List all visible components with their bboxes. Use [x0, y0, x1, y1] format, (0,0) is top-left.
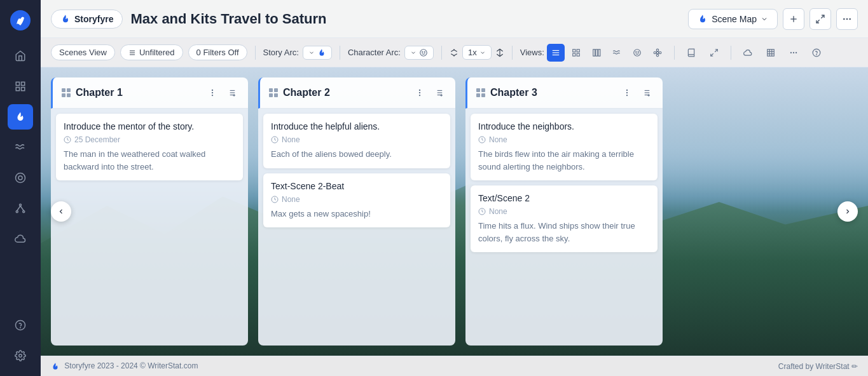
view-fullscreen-button[interactable] [705, 44, 723, 62]
sidebar-item-grid[interactable] [8, 74, 33, 99]
scene-card-2[interactable]: Introduce the helpful aliens. None Each … [263, 114, 450, 168]
scene-card-1[interactable]: Introduce the mentor of the story. 25 De… [56, 114, 243, 180]
clock-icon [64, 136, 71, 144]
svg-point-63 [212, 95, 213, 96]
sidebar-logo[interactable] [8, 8, 33, 33]
story-arc-section: Story Arc: [263, 46, 332, 60]
view-more-button[interactable] [785, 44, 803, 62]
sidebar-item-target[interactable] [8, 165, 33, 191]
sidebar-item-flame[interactable] [8, 104, 33, 130]
svg-point-84 [626, 92, 628, 93]
chevron-down-icon-2 [410, 50, 417, 56]
clock-icon-2 [271, 136, 279, 144]
chevron-right-icon [844, 208, 851, 215]
scene-2-date: None [282, 135, 300, 144]
sidebar-item-waves[interactable] [8, 135, 33, 160]
chapter-3-add-button[interactable] [638, 85, 654, 100]
view-list-button[interactable] [547, 44, 565, 62]
svg-line-17 [821, 15, 824, 18]
scenes-view-label: Scenes View [59, 48, 107, 57]
footer-left: Storyfyre 2023 - 2024 © WriterStat.com [51, 361, 198, 371]
list-plus-icon [227, 88, 236, 97]
view-emoji-button[interactable] [628, 44, 646, 62]
svg-rect-33 [553, 54, 560, 55]
clock-icon-3 [271, 196, 279, 203]
svg-point-74 [419, 92, 420, 93]
scene-map-button[interactable]: Scene Map [688, 9, 778, 29]
chapter-3-header: Chapter 3 [465, 77, 663, 109]
scene-2-title: Introduce the helpful aliens. [271, 121, 443, 131]
spacing-dropdown[interactable]: 1x [462, 45, 492, 60]
svg-line-18 [816, 20, 820, 23]
view-grid-button[interactable] [567, 44, 585, 62]
svg-point-20 [846, 18, 848, 20]
storyfyre-label: Storyfyre [74, 14, 113, 24]
scene-1-meta: 25 December [64, 135, 235, 144]
footer-right: Crafted by WriterStat ✏ [778, 362, 858, 371]
unfiltered-button[interactable]: Unfiltered [120, 44, 183, 60]
storyfyre-button[interactable]: Storyfyre [51, 10, 123, 29]
view-table-button[interactable] [762, 44, 780, 62]
svg-point-13 [20, 327, 21, 328]
nav-arrow-left[interactable] [51, 201, 71, 222]
sidebar-item-cloud[interactable] [8, 226, 33, 252]
expand-icon [815, 14, 825, 24]
chapter-2-add-button[interactable] [431, 85, 446, 100]
scene-4-title: Introduce the neighbors. [478, 121, 650, 131]
view-cloud-button[interactable] [739, 44, 757, 62]
chapter-1-grid-icon [62, 88, 71, 97]
story-arc-dropdown[interactable] [303, 46, 332, 60]
view-book-button[interactable] [682, 44, 700, 62]
svg-point-19 [843, 18, 845, 20]
scene-1-body: The man in the weathered coat walked bac… [64, 148, 235, 173]
chapter-1-add-button[interactable] [224, 85, 239, 100]
view-columns-button[interactable] [588, 44, 605, 62]
chevron-down-icon [308, 50, 315, 56]
footer-flame-icon [51, 362, 60, 371]
view-help-button[interactable] [808, 44, 825, 62]
scene-2-meta: None [271, 135, 443, 144]
add-button[interactable] [783, 8, 804, 30]
view-flower-button[interactable] [649, 44, 666, 62]
scene-5-meta: None [478, 207, 650, 216]
scene-card-5[interactable]: Text/Scene 2 None Time hits a flux. Wind… [471, 185, 658, 252]
scene-card-4[interactable]: Introduce the neighbors. None The birds … [471, 114, 658, 180]
chapter-2-grid-icon [269, 88, 278, 97]
svg-point-26 [422, 51, 423, 52]
sidebar-item-home[interactable] [8, 43, 33, 69]
nav-arrow-right[interactable] [837, 201, 858, 222]
filters-button[interactable]: 0 Filters Off [188, 44, 247, 60]
chapter-3-more-button[interactable] [619, 85, 635, 100]
more-options-button[interactable] [836, 8, 858, 30]
svg-point-27 [424, 51, 425, 52]
scenes-view-button[interactable]: Scenes View [51, 44, 115, 60]
more-icon [842, 14, 852, 24]
more-vert-icon [208, 88, 217, 97]
chapter-1-more-button[interactable] [205, 85, 220, 100]
scene-4-body: The birds flew into the air making a ter… [478, 148, 650, 173]
svg-point-6 [18, 176, 22, 180]
content-area: Chapter 1 Introduce the mentor of the st… [41, 67, 868, 356]
svg-rect-39 [596, 49, 598, 56]
separator-5 [674, 46, 675, 60]
sidebar-item-help[interactable] [8, 312, 33, 338]
sidebar-item-nodes[interactable] [8, 196, 33, 221]
sidebar-item-settings[interactable] [8, 343, 33, 368]
sidebar [0, 0, 41, 376]
svg-rect-3 [16, 88, 19, 91]
character-arc-dropdown[interactable] [404, 46, 434, 60]
chapter-column-1: Chapter 1 Introduce the mentor of the st… [51, 77, 248, 346]
chapter-3-actions [619, 85, 654, 100]
scene-1-title: Introduce the mentor of the story. [64, 121, 235, 131]
svg-rect-32 [553, 52, 560, 53]
expand-button[interactable] [809, 8, 831, 30]
svg-point-85 [626, 95, 628, 96]
chapter-column-2: Chapter 2 Introduce the helpful aliens. [258, 77, 455, 346]
chapter-2-more-button[interactable] [412, 85, 427, 100]
svg-rect-1 [16, 82, 19, 85]
scene-card-3[interactable]: Text-Scene 2-Beat None Max gets a new sp… [263, 173, 450, 228]
list-plus-icon-3 [642, 88, 651, 97]
toolbar: Scenes View Unfiltered 0 Filters Off Sto… [41, 38, 868, 67]
view-waves-button[interactable] [608, 44, 626, 62]
svg-point-9 [23, 211, 25, 213]
